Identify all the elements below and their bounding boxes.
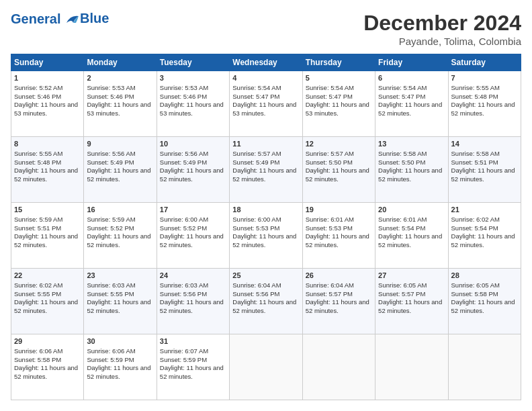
col-saturday: Saturday [448,54,521,71]
day-number: 7 [451,73,518,83]
day-number: 8 [14,139,81,149]
table-row: 19Sunrise: 6:01 AMSunset: 5:53 PMDayligh… [302,203,375,269]
day-number: 10 [160,139,226,149]
col-monday: Monday [84,54,157,71]
logo-bird-icon [65,13,80,26]
calendar-table: Sunday Monday Tuesday Wednesday Thursday… [11,54,521,400]
day-number: 28 [451,271,518,281]
table-row: 8Sunrise: 5:55 AMSunset: 5:48 PMDaylight… [11,137,84,203]
col-friday: Friday [375,54,448,71]
table-row: 25Sunrise: 6:04 AMSunset: 5:56 PMDayligh… [230,269,302,334]
calendar-week-row: 15Sunrise: 5:59 AMSunset: 5:51 PMDayligh… [11,203,521,269]
day-number: 13 [378,139,445,149]
day-number: 27 [378,271,445,281]
day-number: 3 [160,73,226,83]
day-number: 21 [451,205,518,215]
day-number: 26 [306,271,372,281]
day-number: 24 [160,271,226,281]
day-number: 5 [306,73,372,83]
table-row: 30Sunrise: 6:06 AMSunset: 5:59 PMDayligh… [84,334,157,400]
table-row: 5Sunrise: 5:54 AMSunset: 5:47 PMDaylight… [302,71,375,137]
day-number: 20 [378,205,445,215]
day-number: 18 [232,205,299,215]
table-row: 6Sunrise: 5:54 AMSunset: 5:47 PMDaylight… [375,71,448,137]
table-row [302,334,375,400]
calendar-title: December 2024 [363,11,521,36]
table-row: 16Sunrise: 5:59 AMSunset: 5:52 PMDayligh… [84,203,157,269]
table-row: 7Sunrise: 5:55 AMSunset: 5:48 PMDaylight… [448,71,521,137]
day-number: 2 [87,73,153,83]
logo: General Blue [11,11,109,26]
page: General Blue December 2024 Payande, Toli… [0,0,532,411]
day-number: 19 [306,205,372,215]
title-area: December 2024 Payande, Tolima, Colombia [363,11,521,47]
day-number: 4 [232,73,299,83]
day-number: 23 [87,271,153,281]
day-number: 6 [378,73,445,83]
logo-general: General [11,11,60,26]
calendar-week-row: 29Sunrise: 6:06 AMSunset: 5:58 PMDayligh… [11,334,521,400]
calendar-week-row: 1Sunrise: 5:52 AMSunset: 5:46 PMDaylight… [11,71,521,137]
calendar-header-row: Sunday Monday Tuesday Wednesday Thursday… [11,54,521,71]
calendar-subtitle: Payande, Tolima, Colombia [363,36,521,47]
table-row: 4Sunrise: 5:54 AMSunset: 5:47 PMDaylight… [230,71,302,137]
table-row: 24Sunrise: 6:03 AMSunset: 5:56 PMDayligh… [157,269,229,334]
logo-blue: Blue [80,11,109,26]
day-number: 12 [306,139,372,149]
table-row: 11Sunrise: 5:57 AMSunset: 5:49 PMDayligh… [230,137,302,203]
table-row: 13Sunrise: 5:58 AMSunset: 5:50 PMDayligh… [375,137,448,203]
day-number: 25 [232,271,299,281]
table-row: 31Sunrise: 6:07 AMSunset: 5:59 PMDayligh… [157,334,229,400]
table-row: 22Sunrise: 6:02 AMSunset: 5:55 PMDayligh… [11,269,84,334]
day-number: 14 [451,139,518,149]
day-number: 22 [14,271,81,281]
table-row: 26Sunrise: 6:04 AMSunset: 5:57 PMDayligh… [302,269,375,334]
table-row: 14Sunrise: 5:58 AMSunset: 5:51 PMDayligh… [448,137,521,203]
table-row: 17Sunrise: 6:00 AMSunset: 5:52 PMDayligh… [157,203,229,269]
table-row [448,334,521,400]
header: General Blue December 2024 Payande, Toli… [11,11,521,47]
col-thursday: Thursday [302,54,375,71]
table-row: 9Sunrise: 5:56 AMSunset: 5:49 PMDaylight… [84,137,157,203]
table-row: 29Sunrise: 6:06 AMSunset: 5:58 PMDayligh… [11,334,84,400]
day-number: 30 [87,336,153,347]
calendar-week-row: 22Sunrise: 6:02 AMSunset: 5:55 PMDayligh… [11,269,521,334]
table-row: 10Sunrise: 5:56 AMSunset: 5:49 PMDayligh… [157,137,229,203]
table-row [230,334,302,400]
table-row: 27Sunrise: 6:05 AMSunset: 5:57 PMDayligh… [375,269,448,334]
table-row: 12Sunrise: 5:57 AMSunset: 5:50 PMDayligh… [302,137,375,203]
col-tuesday: Tuesday [157,54,229,71]
col-wednesday: Wednesday [230,54,302,71]
table-row: 3Sunrise: 5:53 AMSunset: 5:46 PMDaylight… [157,71,229,137]
table-row: 15Sunrise: 5:59 AMSunset: 5:51 PMDayligh… [11,203,84,269]
table-row: 21Sunrise: 6:02 AMSunset: 5:54 PMDayligh… [448,203,521,269]
day-number: 16 [87,205,153,215]
day-number: 9 [87,139,153,149]
table-row [375,334,448,400]
table-row: 2Sunrise: 5:53 AMSunset: 5:46 PMDaylight… [84,71,157,137]
day-number: 29 [14,336,81,347]
table-row: 1Sunrise: 5:52 AMSunset: 5:46 PMDaylight… [11,71,84,137]
table-row: 20Sunrise: 6:01 AMSunset: 5:54 PMDayligh… [375,203,448,269]
calendar-week-row: 8Sunrise: 5:55 AMSunset: 5:48 PMDaylight… [11,137,521,203]
day-number: 15 [14,205,81,215]
day-number: 11 [232,139,299,149]
table-row: 18Sunrise: 6:00 AMSunset: 5:53 PMDayligh… [230,203,302,269]
table-row: 28Sunrise: 6:05 AMSunset: 5:58 PMDayligh… [448,269,521,334]
table-row: 23Sunrise: 6:03 AMSunset: 5:55 PMDayligh… [84,269,157,334]
col-sunday: Sunday [11,54,84,71]
day-number: 31 [160,336,226,347]
day-number: 17 [160,205,226,215]
day-number: 1 [14,73,81,83]
